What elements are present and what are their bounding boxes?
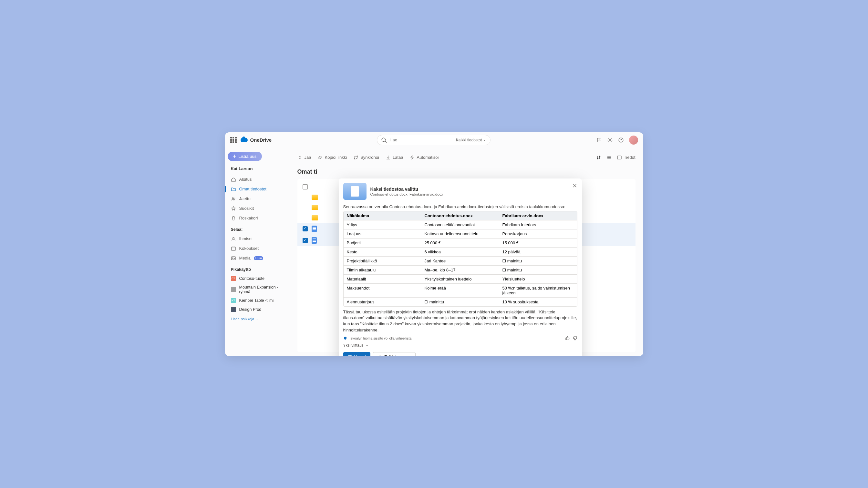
svg-point-8 (232, 258, 233, 258)
info-icon (617, 155, 622, 160)
quickaccess-item-contoso[interactable]: CT Contoso-tuote (228, 274, 287, 283)
table-cell: Jari Kantee (422, 257, 499, 266)
top-bar: OneDrive Kaikki tiedostot (225, 132, 643, 148)
sidebar-item-media[interactable]: Media Uusi (228, 254, 287, 263)
settings-icon[interactable] (607, 137, 613, 143)
download-icon (385, 155, 391, 160)
table-cell: Ei mainittu (422, 298, 499, 306)
modal-subtitle: Contoso-ehdotus.docx, Fabrikam-arvio.doc… (370, 192, 443, 196)
download-button[interactable]: Lataa (385, 155, 403, 160)
sync-icon (353, 155, 359, 160)
home-icon (231, 177, 236, 182)
svg-point-5 (232, 237, 234, 239)
new-button[interactable]: Lisää uusi (228, 152, 262, 161)
table-cell: Peruskorjaus (499, 229, 577, 238)
table-cell: Budjetti (344, 238, 422, 248)
quickaccess-heading: Pikakäyttö (228, 263, 287, 274)
sidebar-item-meetings[interactable]: Kokoukset (228, 244, 287, 253)
quickaccess-item-design[interactable]: Design Prod (228, 305, 287, 314)
team-avatar-icon (231, 287, 236, 292)
table-cell: Fabrikam Interiors (499, 221, 577, 229)
row-checkbox[interactable] (303, 226, 308, 231)
thumbs-up-icon[interactable] (565, 336, 569, 340)
sidebar-item-home[interactable]: Aloitus (228, 175, 287, 184)
table-cell: Kolme erää (422, 284, 499, 298)
details-button[interactable]: Tiedot (617, 155, 636, 160)
onedrive-cloud-icon (241, 138, 248, 142)
modal-outro-text: Tässä taulukossa esitellään projektin ti… (343, 309, 578, 333)
folder-icon (312, 205, 318, 210)
help-icon[interactable] (618, 137, 624, 143)
select-all-checkbox[interactable] (303, 184, 308, 190)
automate-button[interactable]: Automatisoi (409, 155, 438, 160)
thumbs-down-icon[interactable] (573, 336, 578, 340)
table-cell: Ma–pe, klo 8–17 (422, 266, 499, 275)
svg-point-3 (232, 197, 234, 199)
table-cell: Ei mainittu (499, 257, 577, 266)
sparkle-icon (378, 354, 382, 356)
folder-icon (231, 187, 236, 192)
close-icon[interactable] (572, 183, 578, 188)
toolbar: Jaa Kopioi linkki Synkronoi Lataa Automa… (298, 152, 636, 163)
ai-disclaimer: Tekoälyn luoma sisältö voi olla virheell… (343, 336, 578, 340)
view-icon[interactable] (607, 155, 612, 160)
share-button[interactable]: Jaa (298, 155, 311, 160)
table-cell: 15 000 € (499, 238, 577, 248)
table-row: MateriaalitYksityiskohtainen luetteloYle… (344, 275, 577, 284)
link-icon (317, 155, 322, 160)
svg-rect-9 (617, 156, 621, 159)
sync-button[interactable]: Synkronoi (353, 155, 379, 160)
table-row: Budjetti25 000 €15 000 € (344, 238, 577, 248)
waffle-icon[interactable] (230, 137, 237, 143)
star-icon (231, 206, 236, 211)
svg-point-0 (382, 138, 385, 141)
chevron-down-icon (483, 138, 486, 142)
new-badge: Uusi (254, 256, 264, 260)
brand-name: OneDrive (250, 137, 272, 143)
search-wrap: Kaikki tiedostot (275, 135, 592, 145)
row-checkbox[interactable] (303, 238, 308, 243)
copy-icon (348, 354, 352, 356)
page-title: Omat ti (298, 168, 636, 175)
copy-button[interactable]: Kopioi (343, 352, 370, 356)
top-icons (596, 135, 638, 144)
copy-link-button[interactable]: Kopioi linkki (317, 155, 347, 160)
ask-question-button[interactable]: Esitä kysymys (373, 352, 415, 356)
table-cell: 25 000 € (422, 238, 499, 248)
quickaccess-item-mountain[interactable]: Mountain Expansion -ryhmä (228, 283, 287, 296)
search-scope-dropdown[interactable]: Kaikki tiedostot (456, 138, 487, 142)
table-cell: 6 viikkoa (422, 248, 499, 257)
word-doc-icon (312, 226, 317, 232)
browse-heading: Selaa: (228, 223, 287, 234)
search-input[interactable] (390, 137, 453, 142)
compare-modal: Kaksi tiedostoa valittu Contoso-ehdotus.… (339, 178, 582, 356)
user-avatar[interactable] (629, 135, 638, 144)
feedback-buttons (565, 336, 578, 340)
sort-icon[interactable] (596, 155, 601, 160)
files-icon (343, 183, 367, 200)
table-cell: Laajuus (344, 229, 422, 238)
sidebar-item-favorites[interactable]: Suosikit (228, 204, 287, 213)
table-cell: Materiaalit (344, 275, 422, 284)
person-icon (231, 236, 236, 241)
sidebar-item-my-files[interactable]: Omat tiedostot (228, 185, 287, 194)
reference-toggle[interactable]: Yksi viittaus (343, 343, 578, 348)
table-cell: 50 %:n talletus, saldo valmistumisen jäl… (499, 284, 577, 298)
more-places-link[interactable]: Lisää paikkoja… (228, 314, 287, 323)
flag-icon[interactable] (596, 137, 602, 143)
sidebar-item-shared[interactable]: Jaettu (228, 194, 287, 203)
sidebar-item-recycle[interactable]: Roskakori (228, 214, 287, 223)
quickaccess-item-kemper[interactable]: KT Kemper Table -tiimi (228, 296, 287, 305)
share-icon (298, 155, 303, 160)
table-cell: Kattava uudelleensuunnittelu (422, 229, 499, 238)
word-doc-icon (312, 237, 317, 244)
search-box[interactable]: Kaikki tiedostot (377, 135, 491, 145)
app-window: OneDrive Kaikki tiedostot Lisää uus (225, 132, 643, 356)
sidebar-user-name: Kat Larson (228, 164, 287, 174)
table-cell: 12 päivää (499, 248, 577, 257)
modal-header: Kaksi tiedostoa valittu Contoso-ehdotus.… (343, 183, 578, 200)
table-cell: Kesto (344, 248, 422, 257)
sidebar-item-people[interactable]: Ihmiset (228, 234, 287, 243)
svg-rect-6 (231, 247, 236, 251)
search-icon (381, 137, 387, 143)
